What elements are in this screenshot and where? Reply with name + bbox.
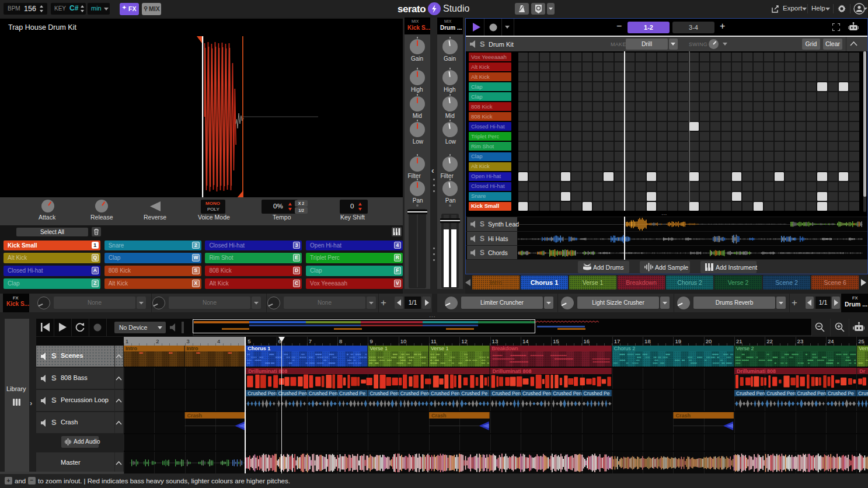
svg-text:Intro: Intro [187, 346, 198, 351]
svg-text:Crushed Perc: Crushed Perc [797, 391, 828, 396]
svg-text:Crushed Pe: Crushed Pe [339, 391, 365, 396]
svg-text:Verse 2: Verse 2 [736, 346, 754, 351]
svg-text:Breakdown: Breakdown [492, 346, 518, 351]
svg-text:Crushed: Crushed [858, 391, 868, 396]
svg-text:Crushed Pe: Crushed Pe [461, 391, 487, 396]
svg-text:Crushed Perc: Crushed Perc [522, 391, 553, 396]
svg-text:Crushed Perc: Crushed Perc [431, 391, 462, 396]
svg-text:Crushed Perc: Crushed Perc [553, 391, 584, 396]
svg-text:Crash: Crash [431, 413, 447, 419]
svg-text:Verse 1: Verse 1 [369, 346, 388, 351]
svg-text:Chorus 2: Chorus 2 [614, 346, 636, 351]
svg-text:Vers: Vers [859, 346, 868, 351]
svg-text:Drilluminati 808: Drilluminati 808 [493, 368, 532, 374]
svg-text:Intro: Intro [126, 346, 137, 351]
svg-text:Crushed Pe: Crushed Pe [584, 391, 610, 396]
svg-text:Crushed Perc: Crushed Perc [247, 391, 278, 396]
svg-text:Crushed Perc: Crushed Perc [278, 391, 309, 396]
svg-text:Drilluminati 808: Drilluminati 808 [737, 368, 776, 374]
svg-text:Crash: Crash [187, 413, 203, 419]
svg-text:Chorus 1: Chorus 1 [247, 346, 270, 351]
svg-text:Crushed Perc: Crushed Perc [369, 391, 400, 396]
svg-text:Crushed Perc: Crushed Perc [766, 391, 797, 396]
svg-text:Verse 1: Verse 1 [431, 346, 449, 351]
svg-text:Crushed Perc: Crushed Perc [400, 391, 431, 396]
svg-text:Crushed Perc: Crushed Perc [309, 391, 340, 396]
svg-text:Crushed Perc: Crushed Perc [492, 391, 523, 396]
svg-text:Crushed Perc: Crushed Perc [736, 391, 767, 396]
svg-text:Crash: Crash [675, 413, 691, 419]
svg-text:Dr: Dr [859, 368, 865, 374]
svg-text:Crushed Pe: Crushed Pe [828, 391, 854, 396]
